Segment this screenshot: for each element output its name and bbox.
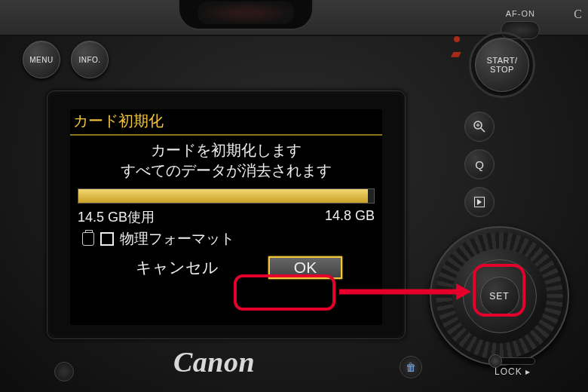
lcd-bezel: カード初期化 カードを初期化します すべてのデータが消去されます 14.5 GB… <box>47 90 406 339</box>
brand-logo: Canon <box>173 345 255 378</box>
magnify-button[interactable] <box>464 112 495 142</box>
cancel-button[interactable]: キャンセル <box>110 255 244 280</box>
message-line-1: カードを初期化します <box>70 140 382 161</box>
playback-icon <box>474 197 485 207</box>
lock-label: LOCK ▸ <box>495 366 531 377</box>
menu-button[interactable]: MENU <box>23 41 60 78</box>
trash-icon <box>82 232 94 246</box>
annotation-arrow <box>339 286 471 297</box>
info-button[interactable]: INFO. <box>71 41 109 78</box>
movie-camera-icon: ▰ <box>451 45 461 62</box>
message-line-2: すべてのデータが消去されます <box>70 161 382 181</box>
low-level-label: 物理フォーマット <box>120 229 234 249</box>
playback-button[interactable] <box>464 187 495 217</box>
camera-back: AF-ON C MENU INFO. START/ STOP ▰ カード初期化 … <box>0 0 588 392</box>
multi-controller[interactable]: SET <box>463 259 537 333</box>
af-on-label: AF-ON <box>506 9 535 18</box>
record-indicator-icon <box>454 36 460 42</box>
low-level-checkbox[interactable] <box>100 232 114 246</box>
light-sensor <box>54 362 74 381</box>
lcd-screen: カード初期化 カードを初期化します すべてのデータが消去されます 14.5 GB… <box>70 109 382 325</box>
total-label: 14.8 GB <box>325 208 375 226</box>
storage-labels: 14.5 GB使用 14.8 GB <box>70 207 382 226</box>
title-underline <box>70 134 382 136</box>
delete-button[interactable]: 🗑 <box>400 356 422 378</box>
magnify-icon <box>473 120 486 133</box>
viewfinder-eyecup <box>198 2 294 24</box>
low-level-format-row[interactable]: 物理フォーマット <box>70 226 382 249</box>
trash-icon: 🗑 <box>406 361 416 373</box>
used-label: 14.5 GB使用 <box>78 208 155 226</box>
ok-button[interactable]: OK <box>268 256 342 279</box>
start-stop-button[interactable]: START/ STOP <box>475 38 529 92</box>
ce-mark: C <box>574 8 582 21</box>
storage-bar-fill <box>78 189 368 203</box>
screen-title: カード初期化 <box>70 109 382 134</box>
svg-line-1 <box>481 128 485 132</box>
dialog-button-row: キャンセル OK <box>70 249 382 280</box>
quick-menu-button[interactable]: Q <box>464 149 495 179</box>
storage-bar <box>78 188 375 204</box>
set-button[interactable]: SET <box>480 277 519 316</box>
